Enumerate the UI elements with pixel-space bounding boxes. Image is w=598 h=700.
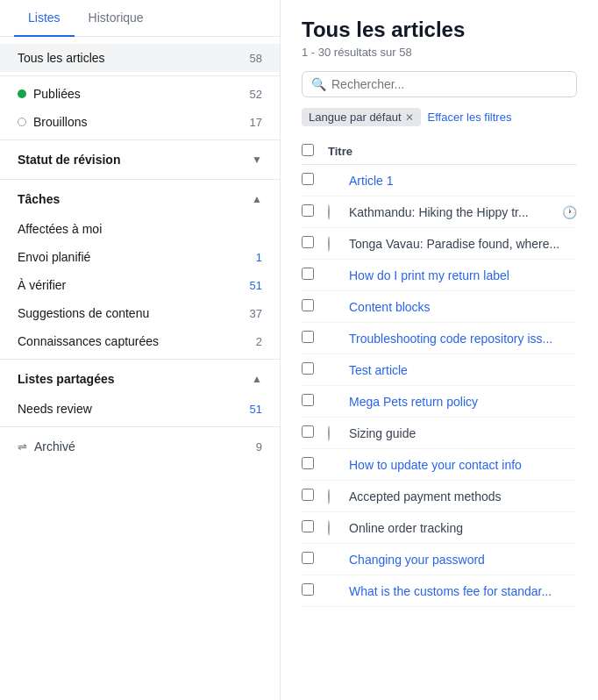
published-dot bbox=[18, 89, 26, 98]
sidebar-suggestions[interactable]: Suggestions de contenu 37 bbox=[0, 299, 280, 327]
article-checkbox[interactable] bbox=[302, 489, 314, 501]
filter-tag-label: Langue par défaut bbox=[309, 111, 402, 124]
published-count: 52 bbox=[250, 88, 262, 101]
article-row[interactable]: Online order tracking bbox=[302, 512, 577, 544]
article-title: Mega Pets return policy bbox=[349, 395, 577, 409]
sidebar-verifier[interactable]: À vérifier 51 bbox=[0, 271, 280, 299]
archive-count: 9 bbox=[256, 440, 262, 454]
divider-1 bbox=[0, 75, 280, 76]
sidebar-needs-review[interactable]: Needs review 51 bbox=[0, 395, 280, 423]
search-bar: 🔍 bbox=[302, 71, 577, 97]
chevron-revision-icon: ▼ bbox=[252, 154, 262, 166]
sidebar-envoi[interactable]: Envoi planifié 1 bbox=[0, 243, 280, 271]
sidebar-connaissances[interactable]: Connaissances capturées 2 bbox=[0, 327, 280, 355]
article-checkbox[interactable] bbox=[302, 457, 314, 469]
clock-icon: 🕐 bbox=[562, 205, 577, 219]
articles-table: Titre Article 1Kathmandu: Hiking the Hip… bbox=[302, 139, 577, 607]
article-checkbox-col bbox=[302, 299, 328, 314]
article-checkbox-col bbox=[302, 394, 328, 409]
article-checkbox[interactable] bbox=[302, 236, 314, 248]
article-checkbox-col bbox=[302, 268, 328, 282]
envoi-count: 1 bbox=[256, 251, 262, 264]
sidebar-archive[interactable]: ⇌ Archivé 9 bbox=[0, 431, 280, 462]
divider-5 bbox=[0, 426, 280, 427]
status-draft-icon bbox=[328, 204, 330, 220]
header-title-col: Titre bbox=[328, 145, 577, 158]
article-row[interactable]: Changing your password bbox=[302, 544, 577, 575]
tab-historique[interactable]: Historique bbox=[75, 0, 158, 37]
article-row[interactable]: How to update your contact info bbox=[302, 449, 577, 481]
article-row[interactable]: What is the customs fee for standar... bbox=[302, 575, 577, 607]
article-title: Test article bbox=[349, 363, 577, 377]
section-revision-label: Statut de révision bbox=[18, 153, 120, 167]
article-checkbox-col bbox=[302, 425, 328, 440]
article-row[interactable]: Mega Pets return policy bbox=[302, 386, 577, 418]
article-row[interactable]: Troubleshooting code repository iss... bbox=[302, 323, 577, 354]
article-title: Changing your password bbox=[349, 553, 577, 567]
envoi-label: Envoi planifié bbox=[18, 250, 90, 264]
article-checkbox[interactable] bbox=[302, 552, 314, 564]
article-title: Troubleshooting code repository iss... bbox=[349, 332, 577, 346]
table-header: Titre bbox=[302, 139, 577, 165]
divider-2 bbox=[0, 139, 280, 140]
section-taches-label: Tâches bbox=[18, 192, 60, 206]
select-all-checkbox[interactable] bbox=[302, 144, 314, 156]
article-checkbox[interactable] bbox=[302, 583, 314, 596]
article-checkbox[interactable] bbox=[302, 204, 314, 217]
article-title: How do I print my return label bbox=[349, 268, 577, 282]
status-draft-icon bbox=[328, 520, 330, 536]
all-articles-count: 58 bbox=[250, 52, 262, 65]
search-input[interactable] bbox=[331, 77, 567, 91]
section-taches[interactable]: Tâches ▲ bbox=[0, 183, 280, 215]
section-listes-partagees[interactable]: Listes partagées ▲ bbox=[0, 363, 280, 395]
article-title: Kathmandu: Hiking the Hippy tr... bbox=[349, 205, 555, 219]
tab-listes[interactable]: Listes bbox=[14, 0, 75, 37]
article-checkbox[interactable] bbox=[302, 425, 314, 438]
article-row[interactable]: Kathmandu: Hiking the Hippy tr...🕐 bbox=[302, 196, 577, 228]
article-title: How to update your contact info bbox=[349, 458, 577, 472]
affectees-label: Affectées à moi bbox=[18, 222, 102, 236]
connaissances-count: 2 bbox=[256, 335, 262, 348]
needs-review-count: 51 bbox=[250, 403, 262, 416]
chevron-taches-icon: ▲ bbox=[252, 193, 262, 205]
article-row[interactable]: Sizing guide bbox=[302, 418, 577, 449]
suggestions-label: Suggestions de contenu bbox=[18, 306, 149, 320]
archive-icon: ⇌ bbox=[18, 440, 27, 454]
article-checkbox[interactable] bbox=[302, 394, 314, 406]
article-checkbox[interactable] bbox=[302, 268, 314, 280]
article-row[interactable]: Test article bbox=[302, 354, 577, 386]
chevron-listes-icon: ▲ bbox=[252, 373, 262, 385]
sidebar-published[interactable]: Publiées 52 bbox=[0, 80, 280, 108]
article-row[interactable]: Article 1 bbox=[302, 165, 577, 196]
needs-review-label: Needs review bbox=[18, 402, 92, 416]
clear-filters-button[interactable]: Effacer les filtres bbox=[428, 111, 512, 124]
article-checkbox-col bbox=[302, 457, 328, 472]
article-checkbox[interactable] bbox=[302, 173, 314, 185]
article-checkbox-col bbox=[302, 236, 328, 251]
article-checkbox[interactable] bbox=[302, 362, 314, 375]
filter-tag-close[interactable]: ✕ bbox=[405, 111, 414, 124]
article-checkbox-col bbox=[302, 204, 328, 219]
article-checkbox-col bbox=[302, 489, 328, 504]
divider-3 bbox=[0, 179, 280, 180]
connaissances-label: Connaissances capturées bbox=[18, 334, 159, 348]
sidebar-affectees[interactable]: Affectées à moi bbox=[0, 215, 280, 243]
verifier-label: À vérifier bbox=[18, 278, 66, 292]
article-checkbox-col bbox=[302, 331, 328, 346]
article-row[interactable]: How do I print my return label bbox=[302, 260, 577, 291]
article-title: Content blocks bbox=[349, 300, 577, 314]
article-checkbox-col bbox=[302, 583, 328, 598]
article-row[interactable]: Accepted payment methods bbox=[302, 481, 577, 512]
article-checkbox[interactable] bbox=[302, 331, 314, 343]
search-icon: 🔍 bbox=[311, 77, 326, 91]
sidebar-all-articles[interactable]: Tous les articles 58 bbox=[0, 44, 280, 72]
articles-list: Article 1Kathmandu: Hiking the Hippy tr.… bbox=[302, 165, 577, 607]
article-row[interactable]: Tonga Vavau: Paradise found, where... bbox=[302, 228, 577, 260]
article-checkbox[interactable] bbox=[302, 520, 314, 532]
article-title: Tonga Vavau: Paradise found, where... bbox=[349, 237, 577, 251]
article-checkbox[interactable] bbox=[302, 299, 314, 311]
section-revision[interactable]: Statut de révision ▼ bbox=[0, 144, 280, 175]
sidebar-drafts[interactable]: Brouillons 17 bbox=[0, 108, 280, 136]
article-row[interactable]: Content blocks bbox=[302, 291, 577, 323]
drafts-count: 17 bbox=[250, 116, 262, 129]
